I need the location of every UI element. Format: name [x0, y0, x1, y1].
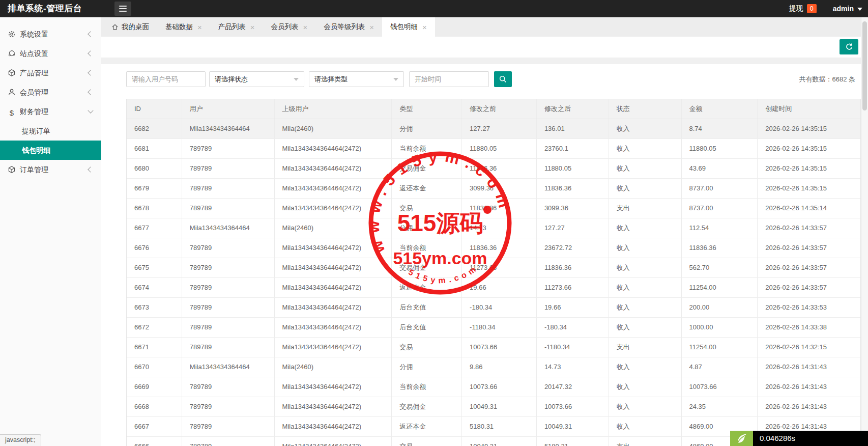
cell-status: 收入 — [609, 179, 682, 198]
chevron-left-icon — [88, 89, 93, 95]
cell-parent-user: Mila(2460) — [275, 119, 392, 138]
cell-created-at: 2026-02-26 14:33:57 — [758, 258, 860, 277]
thinkphp-leaf-icon — [730, 431, 753, 446]
sidebar-item-label: 系统设置 — [20, 30, 48, 38]
close-icon[interactable]: × — [250, 23, 255, 31]
sidebar-item-wallet-details[interactable]: 钱包明细 — [0, 141, 101, 160]
sidebar-item-finance-management[interactable]: $财务管理 — [0, 102, 101, 121]
cell-amount: 1000.00 — [682, 318, 758, 337]
cell-status: 收入 — [609, 357, 682, 377]
tab-basic-data[interactable]: 基础数据 × — [157, 17, 210, 37]
sidebar: 系统设置 站点设置 产品管理 会员管理 $财务管理 提现订单 钱包明细 — [0, 17, 101, 446]
cell-created-at: 2026-02-26 14:33:38 — [758, 318, 860, 337]
user-number-input[interactable] — [126, 71, 206, 87]
sidebar-item-order-management[interactable]: 订单管理 — [0, 160, 101, 179]
cell-parent-user: Mila1343434364464(2472) — [275, 437, 392, 446]
tab-label: 钱包明细 — [390, 22, 418, 32]
sidebar-item-label: 会员管理 — [20, 88, 48, 96]
column-header-parent-user: 上级用户 — [275, 99, 392, 119]
scrollbar-thumb[interactable] — [862, 21, 867, 110]
sidebar-item-product-management[interactable]: 产品管理 — [0, 63, 101, 82]
cell-before: 11273.66 — [462, 258, 537, 277]
close-icon[interactable]: × — [369, 23, 374, 31]
sidebar-item-withdraw-orders[interactable]: 提现订单 — [0, 121, 101, 141]
sidebar-toggle-button[interactable] — [114, 2, 131, 16]
withdraw-link[interactable]: 提现 — [789, 4, 803, 13]
cell-type: 交易佣金 — [392, 258, 462, 277]
tab-wallet-details[interactable]: 钱包明细 × — [382, 17, 435, 37]
cell-parent-user: Mila1343434364464(2472) — [275, 258, 392, 277]
cell-amount: 8.74 — [682, 119, 758, 138]
tab-member-list[interactable]: 会员列表 × — [263, 17, 316, 37]
tab-my-desktop[interactable]: 我的桌面 — [103, 17, 157, 37]
cell-after: 11880.05 — [537, 159, 609, 178]
tab-member-level-list[interactable]: 会员等级列表 × — [315, 17, 382, 37]
cell-created-at: 2026-02-26 14:35:15 — [758, 159, 860, 178]
cell-user: 789789 — [182, 377, 275, 397]
cell-status: 收入 — [609, 238, 682, 258]
link-preview-tooltip: javascript:; — [0, 434, 41, 446]
cell-status: 收入 — [609, 377, 682, 397]
column-header-before: 修改之前 — [462, 99, 537, 119]
cell-user: Mila1343434364464 — [182, 357, 275, 377]
table-row: 6670Mila1343434364464Mila(2460)分佣9.8614.… — [127, 357, 860, 377]
chevron-down-icon — [294, 78, 299, 81]
column-header-created-at: 创建时间 — [758, 99, 860, 119]
cell-before: 9.86 — [462, 357, 537, 377]
cell-created-at: 2026-02-26 14:35:15 — [758, 139, 860, 158]
cell-after: 23672.72 — [537, 238, 609, 258]
cell-id: 6670 — [127, 357, 182, 377]
type-select[interactable]: 请选择类型 — [309, 71, 404, 87]
cell-created-at: 2026-02-26 14:35:14 — [758, 199, 860, 218]
user-icon — [8, 88, 16, 96]
cell-amount: 11254.00 — [682, 338, 758, 357]
cell-status: 支出 — [609, 199, 682, 218]
close-icon[interactable]: × — [303, 23, 308, 31]
cell-type: 当前余额 — [392, 377, 462, 397]
cell-amount: 11254.00 — [682, 278, 758, 297]
start-time-input[interactable] — [409, 71, 489, 87]
cell-type: 交易 — [392, 437, 462, 446]
table-header: ID用户上级用户类型修改之前修改之后状态金额创建时间 — [127, 99, 860, 119]
cell-parent-user: Mila1343434364464(2472) — [275, 417, 392, 436]
debug-trace-badge[interactable]: 0.046286s — [730, 431, 868, 446]
tab-product-list[interactable]: 产品列表 × — [210, 17, 263, 37]
cell-before: 5180.31 — [462, 417, 537, 436]
cell-before: 10073.66 — [462, 338, 537, 357]
cell-before: -1180.34 — [462, 318, 537, 337]
cell-parent-user: Mila1343434364464(2472) — [275, 139, 392, 158]
column-header-id: ID — [127, 99, 182, 119]
cell-status: 支出 — [609, 338, 682, 357]
status-select[interactable]: 请选择状态 — [209, 71, 304, 87]
user-menu[interactable]: admin — [833, 5, 854, 13]
cell-amount: 4.87 — [682, 357, 758, 377]
vertical-scrollbar[interactable] — [861, 17, 868, 446]
cell-id: 6672 — [127, 318, 182, 337]
cell-user: 789789 — [182, 298, 275, 317]
search-button[interactable] — [494, 71, 512, 87]
sidebar-item-site-settings[interactable]: 站点设置 — [0, 44, 101, 63]
cell-status: 收入 — [609, 218, 682, 238]
cell-after: 23760.1 — [537, 139, 609, 158]
sidebar-item-system-settings[interactable]: 系统设置 — [0, 24, 101, 44]
cell-user: 789789 — [182, 159, 275, 178]
tab-label: 会员列表 — [271, 22, 299, 32]
cell-type: 当前余额 — [392, 139, 462, 158]
cell-id: 6668 — [127, 397, 182, 416]
table-row: 6675789789Mila1343434364464(2472)交易佣金112… — [127, 258, 860, 278]
cell-amount: 8737.00 — [682, 199, 758, 218]
close-icon[interactable]: × — [422, 23, 427, 31]
cell-created-at: 2026-02-26 14:31:43 — [758, 397, 860, 416]
cell-user: 789789 — [182, 258, 275, 277]
cell-id: 6671 — [127, 338, 182, 357]
cell-status: 收入 — [609, 159, 682, 178]
wallet-details-panel: 请选择状态 请选择类型 共有数据：6682 条 ID用户上级用户类型修改之前修改… — [101, 64, 868, 446]
cell-after: 20147.32 — [537, 377, 609, 397]
sidebar-item-member-management[interactable]: 会员管理 — [0, 82, 101, 102]
cell-user: 789789 — [182, 417, 275, 436]
cell-before: 10049.31 — [462, 437, 537, 446]
refresh-button[interactable] — [840, 39, 858, 54]
close-icon[interactable]: × — [197, 23, 202, 31]
cell-type: 后台充值 — [392, 298, 462, 317]
cell-amount: 200.00 — [682, 298, 758, 317]
